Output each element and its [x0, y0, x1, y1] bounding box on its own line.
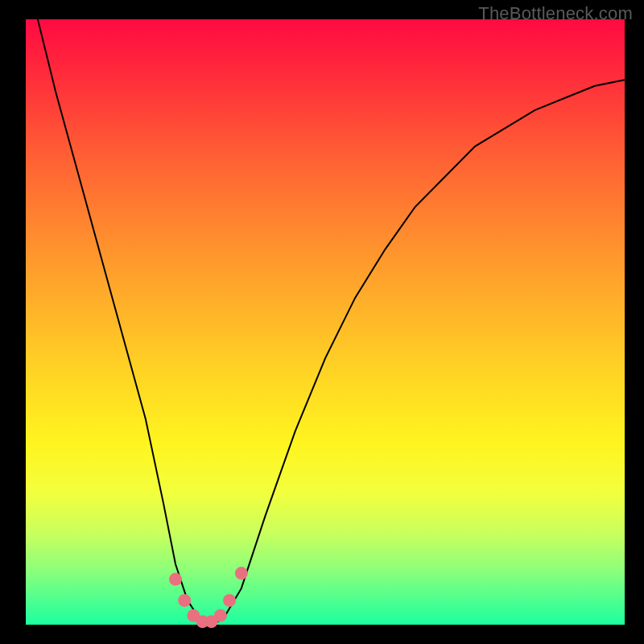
plot-area [26, 19, 625, 625]
chart-stage: TheBottleneck.com [0, 0, 644, 644]
watermark-text: TheBottleneck.com [478, 3, 633, 24]
